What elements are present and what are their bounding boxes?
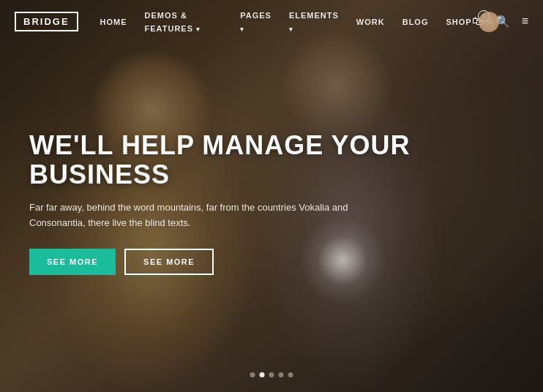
navbar: BRIDGE HOME DEMOS & FEATURES PAGES ELEME… bbox=[0, 0, 543, 42]
nav-link-shop[interactable]: SHOP bbox=[446, 18, 471, 26]
nav-item-work[interactable]: WORK bbox=[356, 15, 385, 28]
hero-title: WE'LL HELP MANAGE YOUR BUSINESS bbox=[29, 131, 514, 189]
nav-link-elements[interactable]: ELEMENTS bbox=[289, 11, 339, 33]
hero-subtitle: Far far away, behind the word mountains,… bbox=[29, 200, 351, 231]
slider-dots bbox=[250, 372, 293, 377]
nav-item-blog[interactable]: BLOG bbox=[402, 15, 429, 28]
see-more-secondary-button[interactable]: SEE MORE bbox=[124, 249, 214, 275]
nav-link-blog[interactable]: BLOG bbox=[402, 18, 429, 26]
nav-link-pages[interactable]: PAGES bbox=[240, 11, 272, 33]
nav-link-work[interactable]: WORK bbox=[356, 18, 385, 26]
slider-dot-3[interactable] bbox=[269, 372, 274, 377]
logo[interactable]: BRIDGE bbox=[15, 12, 78, 31]
see-more-primary-button[interactable]: SEE MORE bbox=[29, 249, 116, 275]
nav-item-pages[interactable]: PAGES bbox=[240, 8, 272, 34]
nav-item-elements[interactable]: ELEMENTS bbox=[289, 8, 339, 34]
nav-link-home[interactable]: HOME bbox=[100, 18, 127, 26]
nav-link-demos[interactable]: DEMOS & FEATURES bbox=[145, 11, 201, 33]
slider-dot-2[interactable] bbox=[260, 372, 265, 377]
slider-dot-1[interactable] bbox=[250, 372, 255, 377]
avatar bbox=[479, 12, 499, 32]
nav-item-shop[interactable]: SHOP bbox=[446, 15, 471, 28]
hero-section: BRIDGE HOME DEMOS & FEATURES PAGES ELEME… bbox=[0, 0, 543, 392]
nav-item-home[interactable]: HOME bbox=[100, 15, 127, 28]
nav-item-demos[interactable]: DEMOS & FEATURES bbox=[145, 8, 223, 34]
slider-dot-5[interactable] bbox=[288, 372, 293, 377]
slider-dot-4[interactable] bbox=[279, 372, 284, 377]
menu-icon[interactable]: ≡ bbox=[522, 15, 528, 28]
hero-buttons: SEE MORE SEE MORE bbox=[29, 249, 514, 275]
nav-links: HOME DEMOS & FEATURES PAGES ELEMENTS WOR… bbox=[100, 8, 472, 34]
hero-content: WE'LL HELP MANAGE YOUR BUSINESS Far far … bbox=[29, 131, 514, 275]
